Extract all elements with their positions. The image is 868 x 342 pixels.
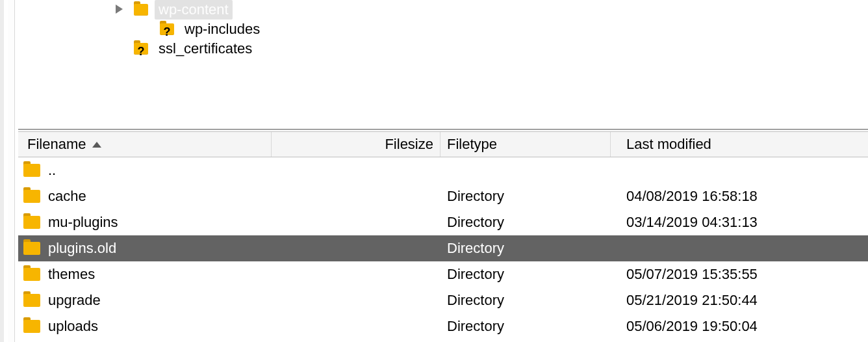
folder-tree-pane: wp-content?wp-includes?ssl_certificates [18,0,868,130]
file-list-row[interactable]: cacheDirectory04/08/2019 16:58:18 [18,183,868,209]
last-modified-label: 05/07/2019 15:35:55 [626,266,758,283]
cell-filetype: Directory [440,266,611,283]
folder-icon [23,320,40,333]
disclosure-triangle-icon[interactable] [116,5,126,15]
column-header-filename-label: Filename [27,136,86,153]
folder-icon [23,164,40,177]
folder-icon [23,216,40,229]
last-modified-label: 04/08/2019 16:58:18 [626,188,758,205]
cell-last-modified: 05/21/2019 21:50:44 [611,292,868,309]
column-header-last-modified-label: Last modified [626,136,711,153]
filename-label: plugins.old [48,240,116,257]
folder-icon [23,242,40,255]
file-list-header: Filename Filesize Filetype Last modified [18,131,868,157]
tree-item-label: ssl_certificates [155,39,256,59]
file-list-row[interactable]: uploadsDirectory05/06/2019 19:50:04 [18,313,868,339]
cell-filename: .. [18,162,272,179]
filename-label: .. [48,162,56,179]
filename-label: uploads [48,318,98,335]
cell-last-modified: 05/06/2019 19:50:04 [611,318,868,335]
filetype-label: Directory [447,292,504,309]
cell-last-modified: 03/14/2019 04:31:13 [611,214,868,231]
cell-filetype: Directory [440,292,611,309]
folder-icon [23,268,40,281]
file-list-row[interactable]: mu-pluginsDirectory03/14/2019 04:31:13 [18,209,868,235]
cell-last-modified: 05/07/2019 15:35:55 [611,266,868,283]
cell-filetype: Directory [440,318,611,335]
column-header-last-modified[interactable]: Last modified [611,132,868,157]
filetype-label: Directory [447,188,504,205]
cell-filetype: Directory [440,214,611,231]
folder-icon [134,4,148,16]
filename-label: themes [48,266,95,283]
cell-filename: upgrade [18,292,272,309]
folder-icon [23,190,40,203]
cell-filetype: Directory [440,188,611,205]
file-list-row[interactable]: upgradeDirectory05/21/2019 21:50:44 [18,287,868,313]
disclosure-spacer [116,44,126,54]
pane-gutter [8,0,15,342]
cell-filename: mu-plugins [18,214,272,231]
column-header-filesize-label: Filesize [385,136,433,153]
cell-filename: cache [18,188,272,205]
tree-item[interactable]: ?ssl_certificates [18,39,868,59]
filename-label: upgrade [48,292,101,309]
tree-item[interactable]: ?wp-includes [18,20,868,39]
filename-label: mu-plugins [48,214,118,231]
filetype-label: Directory [447,214,504,231]
column-header-filetype[interactable]: Filetype [440,132,611,157]
unknown-folder-icon: ? [134,43,148,55]
filename-label: cache [48,188,86,205]
file-list-row[interactable]: plugins.oldDirectory [18,235,868,261]
column-header-filesize[interactable]: Filesize [272,132,440,157]
last-modified-label: 05/21/2019 21:50:44 [626,292,758,309]
cell-filename: plugins.old [18,240,272,257]
cell-filename: uploads [18,318,272,335]
last-modified-label: 03/14/2019 04:31:13 [626,214,758,231]
disclosure-spacer [142,24,152,34]
filetype-label: Directory [447,240,504,257]
column-header-filetype-label: Filetype [447,136,497,153]
filetype-label: Directory [447,318,504,335]
file-list-pane: Filename Filesize Filetype Last modified… [18,131,868,342]
file-list-row[interactable]: .. [18,157,868,183]
cell-filetype: Directory [440,240,611,257]
cell-filename: themes [18,266,272,283]
filetype-label: Directory [447,266,504,283]
file-list-row[interactable]: themesDirectory05/07/2019 15:35:55 [18,261,868,287]
tree-item-label: wp-content [155,0,233,20]
unknown-folder-icon: ? [160,23,174,35]
last-modified-label: 05/06/2019 19:50:04 [626,318,758,335]
sort-ascending-icon [92,142,101,148]
cell-last-modified: 04/08/2019 16:58:18 [611,188,868,205]
tree-item-label: wp-includes [181,20,264,39]
column-header-filename[interactable]: Filename [18,132,272,157]
folder-icon [23,294,40,307]
tree-item[interactable]: wp-content [18,0,868,20]
